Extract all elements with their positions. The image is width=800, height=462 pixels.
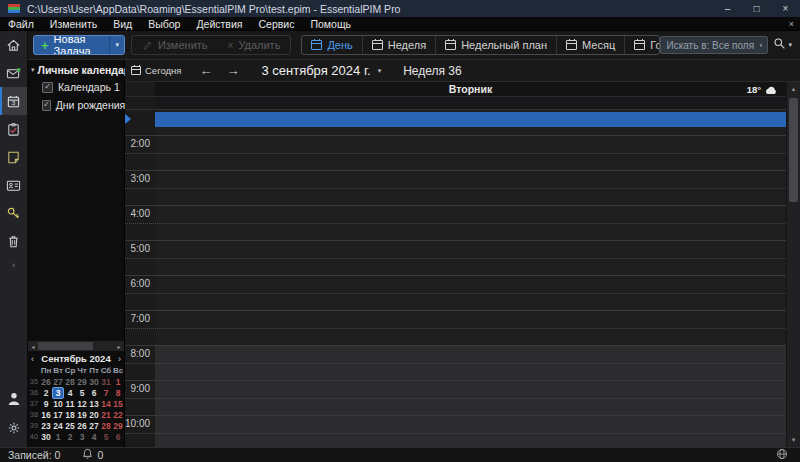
- weather-widget[interactable]: 18°: [747, 82, 778, 97]
- hour-cell[interactable]: [155, 241, 786, 275]
- notifications-indicator[interactable]: 0: [82, 446, 103, 462]
- hour-cell[interactable]: [155, 276, 786, 310]
- hour-cell[interactable]: [155, 311, 786, 345]
- mini-day[interactable]: 21: [100, 410, 112, 420]
- menu-close-icon[interactable]: ×: [789, 19, 794, 29]
- mini-day[interactable]: 9: [40, 399, 52, 409]
- mini-day[interactable]: 25: [64, 421, 76, 431]
- menu-item-Действия[interactable]: Действия: [188, 17, 250, 31]
- hour-cell[interactable]: [155, 381, 786, 415]
- rail-item-calendar[interactable]: 3: [0, 87, 27, 115]
- mini-day[interactable]: 27: [52, 377, 64, 387]
- all-day-row[interactable]: [125, 97, 786, 110]
- new-task-dropdown[interactable]: ▾: [109, 36, 124, 54]
- view-button-Год[interactable]: Год: [625, 36, 660, 54]
- view-button-Неделя[interactable]: Неделя: [363, 36, 436, 54]
- hour-cell[interactable]: [155, 416, 786, 447]
- view-button-Недельный план[interactable]: Недельный план: [436, 36, 557, 54]
- edit-button[interactable]: Изменить: [132, 36, 218, 54]
- mini-day[interactable]: 23: [40, 421, 52, 431]
- next-day-button[interactable]: →: [226, 63, 239, 78]
- menu-item-Помощь[interactable]: Помощь: [302, 17, 359, 31]
- menu-item-Сервис[interactable]: Сервис: [250, 17, 302, 31]
- mini-day[interactable]: 17: [52, 410, 64, 420]
- search-icon[interactable]: [773, 36, 786, 54]
- all-day-cell[interactable]: [155, 97, 786, 109]
- mini-day[interactable]: 28: [100, 421, 112, 431]
- rail-item-mail[interactable]: [0, 59, 27, 87]
- search-input[interactable]: [660, 36, 768, 54]
- mini-day[interactable]: 28: [64, 377, 76, 387]
- mini-day[interactable]: 4: [88, 432, 100, 442]
- mini-day[interactable]: 12: [76, 399, 88, 409]
- scroll-down-icon[interactable]: ▾: [787, 433, 800, 447]
- checkbox-icon[interactable]: ✓: [42, 100, 51, 111]
- mini-day[interactable]: 26: [40, 377, 52, 387]
- calendar-list-item[interactable]: ✓Календарь 1: [28, 78, 124, 96]
- scroll-left-icon[interactable]: ◂: [28, 341, 38, 351]
- menu-item-Файл[interactable]: Файл: [0, 17, 42, 31]
- mini-calendar-next[interactable]: ›: [111, 354, 121, 364]
- mini-day[interactable]: 18: [64, 410, 76, 420]
- user-icon[interactable]: [6, 391, 22, 411]
- rail-item-notes[interactable]: [0, 143, 27, 171]
- mini-day[interactable]: 6: [112, 432, 124, 442]
- rail-item-home[interactable]: [0, 31, 27, 59]
- hour-cell[interactable]: [155, 171, 786, 205]
- mini-day[interactable]: 26: [76, 421, 88, 431]
- view-button-Месяц[interactable]: Месяц: [557, 36, 625, 54]
- hour-cell[interactable]: [155, 346, 786, 380]
- maximize-button[interactable]: □: [742, 0, 771, 17]
- hscroll-thumb[interactable]: [38, 342, 93, 350]
- vertical-scrollbar[interactable]: ▴ ▾: [786, 82, 800, 447]
- menu-item-Изменить[interactable]: Изменить: [42, 17, 105, 31]
- scroll-up-icon[interactable]: ▴: [787, 82, 800, 96]
- new-task-button[interactable]: + Новая Задача ▾: [33, 35, 125, 55]
- pre-grid-cell[interactable]: [155, 110, 786, 135]
- selected-time-bar[interactable]: [155, 112, 786, 127]
- rail-item-passwords[interactable]: [0, 199, 27, 227]
- mini-day[interactable]: 8: [112, 388, 124, 398]
- mini-day[interactable]: 4: [64, 388, 76, 398]
- menu-item-Выбор[interactable]: Выбор: [140, 17, 188, 31]
- mini-day[interactable]: 11: [64, 399, 76, 409]
- mini-calendar-title[interactable]: Сентябрь 2024: [41, 353, 111, 364]
- settings-gear-icon[interactable]: [7, 421, 21, 439]
- mini-day[interactable]: 7: [100, 388, 112, 398]
- mini-day[interactable]: 29: [112, 421, 124, 431]
- pre-grid-slot[interactable]: [125, 110, 786, 135]
- vscroll-thumb[interactable]: [789, 98, 798, 202]
- hscroll-track[interactable]: [38, 341, 114, 351]
- mini-day[interactable]: 27: [88, 421, 100, 431]
- mini-day-selected[interactable]: 3: [52, 387, 64, 399]
- date-dropdown-caret[interactable]: ▾: [378, 67, 382, 75]
- mini-day[interactable]: 13: [88, 399, 100, 409]
- prev-day-button[interactable]: ←: [199, 63, 212, 78]
- mini-day[interactable]: 30: [40, 432, 52, 442]
- day-column-header[interactable]: Вторник 18°: [155, 82, 786, 97]
- calendar-list-item[interactable]: ✓Дни рождения: [28, 96, 124, 114]
- current-date-label[interactable]: 3 сентября 2024 г.: [261, 63, 370, 78]
- mini-day[interactable]: 5: [76, 388, 88, 398]
- calendar-group-header[interactable]: ▾ Личные календари: [28, 60, 124, 78]
- chevron-down-icon[interactable]: ▾: [31, 66, 35, 74]
- mini-day[interactable]: 1: [112, 377, 124, 387]
- mini-day[interactable]: 2: [40, 388, 52, 398]
- hour-cell[interactable]: [155, 206, 786, 240]
- mini-day[interactable]: 14: [100, 399, 112, 409]
- mini-day[interactable]: 29: [76, 377, 88, 387]
- mini-day[interactable]: 24: [52, 421, 64, 431]
- rail-item-tasks[interactable]: [0, 115, 27, 143]
- mini-day[interactable]: 6: [88, 388, 100, 398]
- mini-day[interactable]: 19: [76, 410, 88, 420]
- mini-day[interactable]: 3: [76, 432, 88, 442]
- close-button[interactable]: ×: [771, 0, 800, 17]
- search-options-caret[interactable]: ▾: [788, 41, 792, 49]
- scroll-right-icon[interactable]: ▸: [114, 341, 124, 351]
- mini-day[interactable]: 16: [40, 410, 52, 420]
- today-button[interactable]: Сегодня: [131, 65, 181, 76]
- mini-day[interactable]: 30: [88, 377, 100, 387]
- mini-day[interactable]: 1: [52, 432, 64, 442]
- mini-day[interactable]: 15: [112, 399, 124, 409]
- mini-day[interactable]: 20: [88, 410, 100, 420]
